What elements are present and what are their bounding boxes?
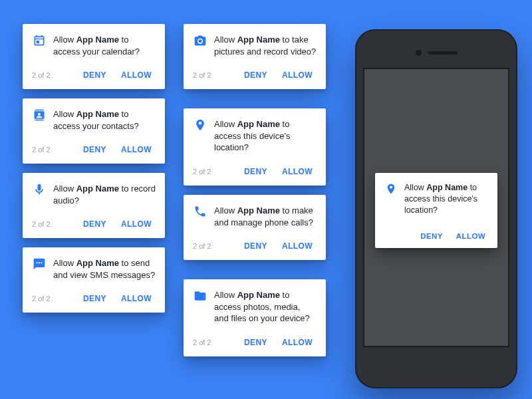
deny-button[interactable]: DENY (240, 163, 271, 180)
step-counter: 2 of 2 (193, 338, 240, 346)
allow-button[interactable]: ALLOW (278, 66, 317, 84)
phone-mockup: Allow App Name to access this device's l… (355, 29, 517, 388)
phone-screen: Allow App Name to access this device's l… (363, 68, 509, 347)
location-icon (384, 182, 398, 196)
allow-button[interactable]: ALLOW (117, 215, 156, 233)
allow-button[interactable]: ALLOW (117, 66, 156, 84)
permission-card-sms: Allow App Name to send and view SMS mess… (23, 247, 165, 313)
step-counter: 2 of 2 (193, 168, 240, 176)
step-counter: 2 of 2 (32, 146, 79, 154)
allow-button[interactable]: ALLOW (278, 163, 317, 180)
permission-card-phone: Allow App Name to make and manage phone … (184, 195, 326, 260)
deny-button[interactable]: DENY (79, 141, 110, 158)
permission-card-storage: Allow App Name to access photos, media, … (184, 279, 326, 356)
permission-message: Allow App Name to record audio? (53, 182, 156, 206)
folder-icon (193, 289, 207, 303)
step-counter: 2 of 2 (193, 71, 240, 79)
permission-card-contacts: Allow App Name to access your contacts? … (23, 98, 165, 164)
allow-button[interactable]: ALLOW (278, 237, 317, 255)
step-counter: 2 of 2 (32, 71, 79, 79)
calendar-icon (32, 33, 47, 48)
permission-message: Allow App Name to access this device's l… (214, 118, 317, 154)
step-counter: 2 of 2 (193, 242, 240, 250)
permission-card-camera: Allow App Name to take pictures and reco… (184, 24, 326, 89)
allow-button[interactable]: ALLOW (278, 334, 317, 351)
location-icon (193, 118, 207, 132)
permission-card-location: Allow App Name to access this device's l… (184, 108, 326, 186)
permission-message: Allow App Name to send and view SMS mess… (53, 257, 156, 281)
phone-icon (193, 204, 207, 219)
deny-button[interactable]: DENY (79, 290, 110, 307)
permission-message: Allow App Name to access this device's l… (404, 182, 488, 216)
deny-button[interactable]: DENY (240, 334, 271, 351)
deny-button[interactable]: DENY (79, 66, 110, 84)
allow-button[interactable]: ALLOW (454, 228, 488, 244)
phone-bezel (363, 37, 509, 68)
deny-button[interactable]: DENY (240, 66, 271, 84)
allow-button[interactable]: ALLOW (117, 141, 156, 158)
camera-icon (193, 33, 207, 48)
phone-camera-dot (416, 50, 422, 56)
permission-message: Allow App Name to make and manage phone … (214, 204, 317, 228)
microphone-icon (32, 182, 47, 197)
deny-button[interactable]: DENY (79, 215, 110, 233)
permission-message: Allow App Name to access photos, media, … (214, 289, 317, 325)
deny-button[interactable]: DENY (240, 237, 271, 255)
allow-button[interactable]: ALLOW (117, 290, 156, 307)
permission-message: Allow App Name to take pictures and reco… (214, 33, 317, 57)
step-counter: 2 of 2 (32, 220, 79, 228)
permission-card-microphone: Allow App Name to record audio? 2 of 2 D… (23, 173, 165, 238)
sms-icon (32, 257, 47, 271)
permission-message: Allow App Name to access your calendar? (53, 33, 156, 57)
permission-message: Allow App Name to access your contacts? (53, 108, 156, 132)
permission-card-calendar: Allow App Name to access your calendar? … (23, 24, 165, 89)
step-counter: 2 of 2 (32, 295, 79, 303)
deny-button[interactable]: DENY (418, 228, 446, 244)
phone-permission-dialog: Allow App Name to access this device's l… (375, 173, 497, 248)
phone-speaker (428, 51, 458, 55)
contacts-icon (32, 108, 47, 122)
